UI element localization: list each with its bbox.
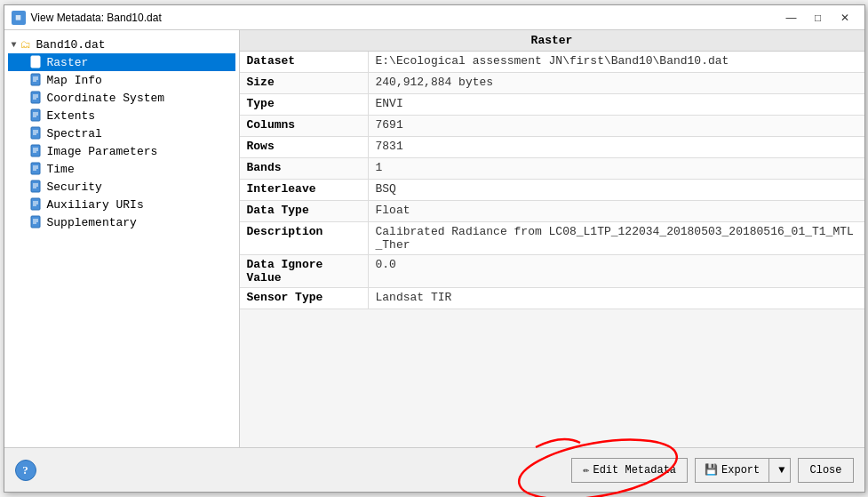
meta-value: ENVI	[369, 94, 864, 115]
tree-item-label: Supplementary	[47, 216, 137, 229]
tree-root-item[interactable]: ▼ 🗂 Band10.dat	[8, 36, 235, 53]
metadata-table: Raster DatasetE:\Ecological assessment J…	[240, 30, 864, 447]
tree-item-icon	[29, 215, 44, 229]
meta-value: Float	[369, 201, 864, 221]
tree-item-icon	[29, 73, 44, 87]
export-btn-main[interactable]: 💾 Export	[696, 459, 769, 482]
tree-item-label: Security	[47, 180, 102, 194]
meta-key: Sensor Type	[240, 288, 369, 309]
help-button[interactable]: ?	[15, 460, 36, 481]
tree-item-label: Time	[47, 163, 75, 176]
title-bar-controls: — □ ✕	[779, 9, 857, 27]
metadata-row: InterleaveBSQ	[240, 180, 864, 201]
expand-icon: ▼	[12, 40, 17, 50]
tree-item-auxiliary-uris[interactable]: Auxiliary URIs	[8, 196, 235, 213]
meta-key: Dataset	[240, 52, 369, 72]
tree-item-icon	[29, 162, 44, 176]
meta-key: Description	[240, 222, 369, 254]
metadata-row: Data Ignore Value0.0	[240, 255, 864, 288]
metadata-row: Sensor TypeLandsat TIR	[240, 288, 864, 309]
meta-key: Type	[240, 94, 369, 115]
meta-value: E:\Ecological assessment JN\first\Band10…	[369, 52, 864, 72]
meta-value: 0.0	[369, 255, 864, 287]
tree-item-spectral[interactable]: Spectral	[8, 124, 235, 142]
tree-item-label: Map Info	[47, 74, 102, 87]
meta-value: 7691	[369, 116, 864, 136]
tree-item-icon	[29, 108, 44, 123]
folder-icon: 🗂	[19, 37, 33, 52]
meta-value: 240,912,884 bytes	[369, 73, 864, 93]
tree-item-security[interactable]: Security	[8, 178, 235, 196]
edit-icon: ✏	[583, 463, 589, 477]
tree-item-label: Raster	[47, 56, 89, 69]
tree-item-extents[interactable]: Extents	[8, 107, 235, 124]
metadata-rows: DatasetE:\Ecological assessment JN\first…	[240, 52, 864, 309]
meta-key: Bands	[240, 158, 369, 179]
title-bar: ▦ View Metadata: Band10.dat — □ ✕	[4, 5, 864, 30]
tree-item-label: Spectral	[47, 127, 102, 140]
metadata-row: Columns7691	[240, 116, 864, 137]
tree-root-label: Band10.dat	[36, 38, 106, 52]
tree-item-icon	[29, 91, 44, 105]
bottom-bar: ? ✏ Edit Metadata 💾 Export ▼ Close	[4, 447, 864, 492]
tree-item-icon	[29, 180, 44, 194]
meta-key: Columns	[240, 116, 369, 136]
tree-item-icon	[29, 126, 44, 140]
metadata-row: Size240,912,884 bytes	[240, 73, 864, 94]
tree-item-image-parameters[interactable]: Image Parameters	[8, 142, 235, 160]
tree-item-label: Extents	[47, 109, 96, 123]
window-close-button[interactable]: ✕	[832, 9, 857, 27]
metadata-row: Rows7831	[240, 137, 864, 158]
metadata-row: DatasetE:\Ecological assessment JN\first…	[240, 52, 864, 73]
tree-item-icon	[29, 144, 44, 158]
minimize-button[interactable]: —	[779, 9, 804, 27]
tree-item-label: Coordinate System	[47, 92, 165, 105]
export-dropdown-arrow[interactable]: ▼	[773, 459, 790, 482]
tree-item-map-info[interactable]: Map Info	[8, 71, 235, 89]
close-button[interactable]: Close	[798, 458, 853, 483]
meta-key: Rows	[240, 137, 369, 157]
maximize-button[interactable]: □	[806, 9, 831, 27]
tree-item-label: Auxiliary URIs	[47, 198, 144, 212]
right-panel: Raster DatasetE:\Ecological assessment J…	[240, 30, 864, 447]
tree-item-coordinate-system[interactable]: Coordinate System	[8, 89, 235, 107]
main-window: ▦ View Metadata: Band10.dat — □ ✕ ▼ 🗂 Ba…	[4, 4, 865, 493]
window-title: View Metadata: Band10.dat	[31, 12, 162, 24]
meta-key: Size	[240, 73, 369, 93]
tree-item-raster[interactable]: Raster	[8, 53, 235, 71]
meta-value: 1	[369, 158, 864, 179]
tree-item-icon	[29, 55, 44, 69]
tree-root: ▼ 🗂 Band10.dat Raster Map Info Coordinat…	[4, 34, 239, 233]
meta-key: Interleave	[240, 180, 369, 200]
meta-key: Data Ignore Value	[240, 255, 369, 287]
metadata-row: Data TypeFloat	[240, 201, 864, 222]
tree-items-container: Raster Map Info Coordinate System Extent…	[8, 53, 235, 231]
tree-item-supplementary[interactable]: Supplementary	[8, 213, 235, 231]
tree-item-label: Image Parameters	[47, 145, 158, 158]
title-bar-left: ▦ View Metadata: Band10.dat	[12, 11, 162, 25]
edit-metadata-button[interactable]: ✏ Edit Metadata	[571, 458, 688, 483]
meta-value: Calibrated Radiance from LC08_L1TP_12203…	[369, 222, 864, 254]
meta-value: Landsat TIR	[369, 288, 864, 309]
main-content: ▼ 🗂 Band10.dat Raster Map Info Coordinat…	[4, 30, 864, 447]
meta-value: BSQ	[369, 180, 864, 200]
raster-header: Raster	[240, 30, 864, 52]
metadata-row: Bands1	[240, 158, 864, 180]
tree-item-time[interactable]: Time	[8, 160, 235, 178]
metadata-row: TypeENVI	[240, 94, 864, 116]
app-icon: ▦	[12, 11, 26, 25]
export-button[interactable]: 💾 Export ▼	[695, 458, 791, 483]
left-panel: ▼ 🗂 Band10.dat Raster Map Info Coordinat…	[4, 30, 240, 447]
tree-item-icon	[29, 197, 44, 212]
export-icon: 💾	[705, 463, 718, 477]
metadata-row: DescriptionCalibrated Radiance from LC08…	[240, 222, 864, 255]
meta-value: 7831	[369, 137, 864, 157]
meta-key: Data Type	[240, 201, 369, 221]
